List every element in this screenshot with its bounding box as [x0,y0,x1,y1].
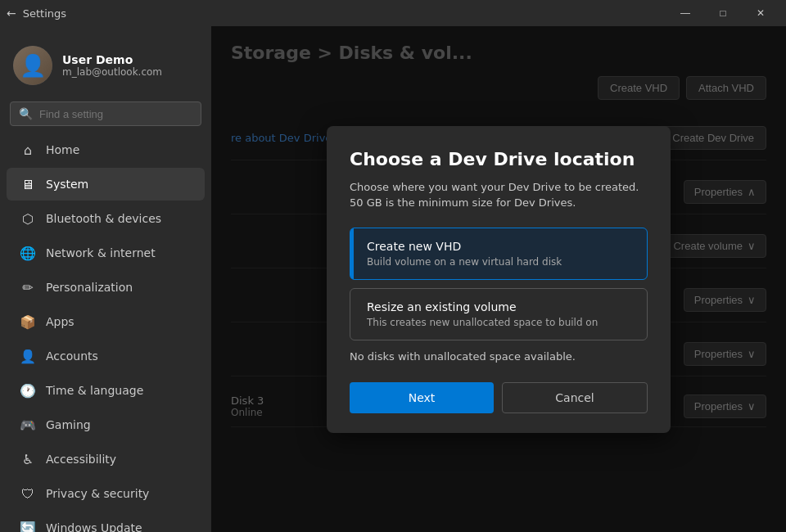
sidebar-item-accessibility[interactable]: ♿ Accessibility [7,443,205,476]
user-name: User Demo [62,53,162,66]
dialog-description: Choose where you want your Dev Drive to … [350,179,648,211]
time-icon: 🕐 [20,382,36,399]
dialog-title: Choose a Dev Drive location [350,149,648,169]
home-icon: ⌂ [20,142,36,158]
sidebar-item-label: Home [46,143,79,156]
title-bar: ← Settings — □ ✕ [0,0,786,26]
sidebar-item-label: Accounts [46,349,98,363]
user-section: 👤 User Demo m_lab@outlook.com [0,33,211,101]
sidebar-item-network[interactable]: 🌐 Network & internet [7,237,205,269]
app-title: Settings [23,7,66,20]
privacy-icon: 🛡 [20,485,36,502]
minimize-button[interactable]: — [666,0,704,26]
sidebar-item-time[interactable]: 🕐 Time & language [7,374,205,407]
option1-desc: Build volume on a new virtual hard disk [364,256,634,268]
sidebar-item-label: Time & language [46,384,143,397]
bluetooth-icon: ⬡ [20,210,36,227]
personalization-icon: ✏ [20,279,36,295]
sidebar-item-update[interactable]: 🔄 Windows Update [7,512,205,532]
dialog-footer: Next Cancel [350,382,648,413]
accounts-icon: 👤 [20,348,36,364]
gaming-icon: 🎮 [20,417,36,433]
selected-indicator [350,228,354,279]
sidebar-item-bluetooth[interactable]: ⬡ Bluetooth & devices [7,202,205,235]
search-input[interactable] [39,108,192,120]
no-disks-message: No disks with unallocated space availabl… [350,350,648,363]
close-button[interactable]: ✕ [742,0,779,26]
sidebar-item-label: Apps [46,315,75,328]
search-box[interactable]: 🔍 [10,101,201,126]
sidebar-item-label: Bluetooth & devices [46,212,161,225]
option2-desc: This creates new unallocated space to bu… [364,317,634,328]
system-icon: 🖥 [20,176,36,192]
sidebar-item-accounts[interactable]: 👤 Accounts [7,340,205,372]
sidebar-item-label: System [46,178,88,191]
sidebar-item-system[interactable]: 🖥 System [7,168,205,201]
sidebar-item-apps[interactable]: 📦 Apps [7,305,205,338]
sidebar-item-home[interactable]: ⌂ Home [7,133,205,166]
option-create-vhd[interactable]: Create new VHD Build volume on a new vir… [350,228,648,280]
maximize-button[interactable]: □ [704,0,742,26]
dialog-overlay: Choose a Dev Drive location Choose where… [211,26,786,532]
sidebar-item-label: Network & internet [46,246,156,259]
sidebar-item-gaming[interactable]: 🎮 Gaming [7,408,205,441]
apps-icon: 📦 [20,313,36,330]
sidebar: 👤 User Demo m_lab@outlook.com 🔍 ⌂ Home 🖥… [0,26,211,532]
option2-title: Resize an existing volume [364,300,634,313]
accessibility-icon: ♿ [20,451,36,467]
dialog: Choose a Dev Drive location Choose where… [327,126,671,433]
window-controls: — □ ✕ [666,0,779,26]
app-body: 👤 User Demo m_lab@outlook.com 🔍 ⌂ Home 🖥… [0,26,786,532]
option1-title: Create new VHD [364,240,634,253]
sidebar-item-label: Accessibility [46,453,116,466]
main-content: Storage > Disks & vol... Create VHD Atta… [211,26,786,532]
sidebar-item-personalization[interactable]: ✏ Personalization [7,271,205,304]
sidebar-item-label: Windows Update [46,521,142,532]
avatar: 👤 [13,46,52,85]
sidebar-item-label: Privacy & security [46,487,149,500]
user-email: m_lab@outlook.com [62,66,162,78]
next-button[interactable]: Next [350,382,494,413]
back-button[interactable]: ← [7,7,16,20]
sidebar-item-label: Gaming [46,418,91,431]
sidebar-item-label: Personalization [46,281,133,294]
option-resize-volume[interactable]: Resize an existing volume This creates n… [350,288,648,340]
network-icon: 🌐 [20,245,36,261]
cancel-button[interactable]: Cancel [502,382,648,413]
title-bar-left: ← Settings [7,7,66,20]
update-icon: 🔄 [20,520,36,532]
search-icon: 🔍 [19,107,33,120]
sidebar-item-privacy[interactable]: 🛡 Privacy & security [7,477,205,510]
